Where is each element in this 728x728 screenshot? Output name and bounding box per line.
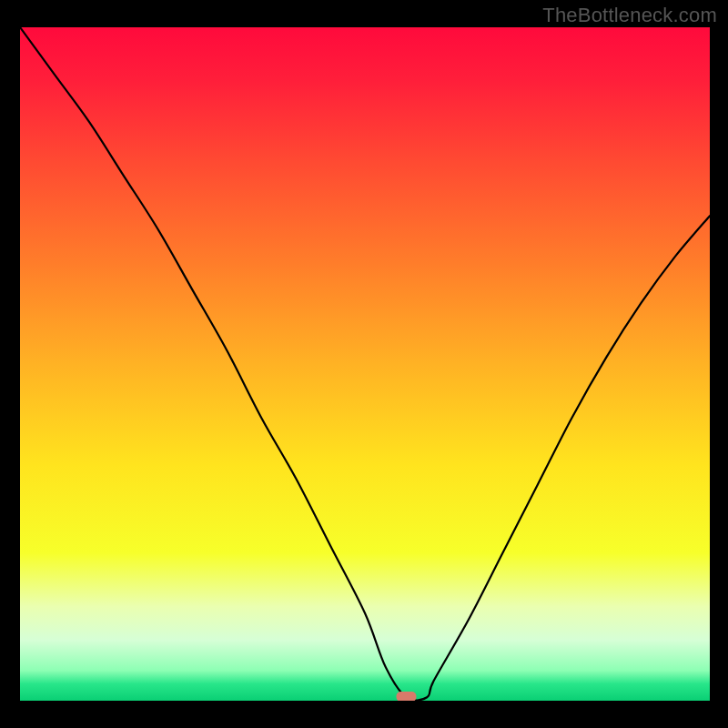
chart-frame: TheBottleneck.com	[0, 0, 728, 728]
gradient-background	[20, 27, 710, 701]
plot-area	[20, 27, 710, 701]
watermark-text: TheBottleneck.com	[542, 4, 717, 27]
plot-svg	[20, 27, 710, 701]
minimum-marker	[396, 692, 416, 701]
